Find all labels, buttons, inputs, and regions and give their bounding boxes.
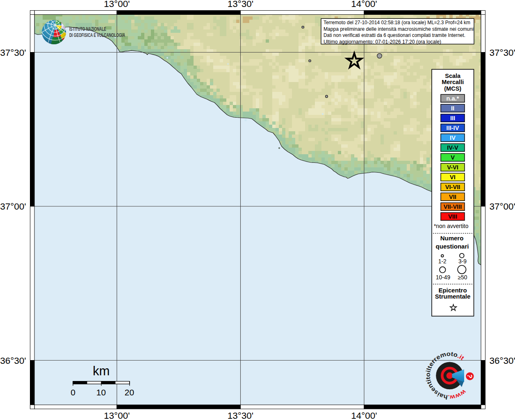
svg-text:1-2: 1-2	[438, 258, 447, 265]
svg-text:13°00': 13°00'	[104, 0, 130, 9]
svg-text:DI GEOFISICA E VULCANOLOGIA: DI GEOFISICA E VULCANOLOGIA	[69, 32, 125, 38]
svg-text:3-9: 3-9	[458, 258, 467, 265]
svg-text:questionari: questionari	[436, 243, 469, 250]
svg-text:n.a.*: n.a.*	[447, 95, 459, 102]
svg-text:V: V	[451, 154, 455, 161]
svg-text:IV: IV	[450, 135, 456, 141]
svg-text:10: 10	[96, 388, 106, 397]
svg-text:Dati non verificati estratti d: Dati non verificati estratti da 6 questi…	[324, 32, 465, 38]
svg-text:III-IV: III-IV	[447, 125, 459, 131]
svg-text:37°30': 37°30'	[0, 48, 26, 58]
svg-text:Numero: Numero	[440, 235, 464, 242]
svg-text:Mappa preliminare delle intens: Mappa preliminare delle intensità macros…	[324, 26, 474, 32]
svg-text:Terremoto del 27-10-2014 02:58: Terremoto del 27-10-2014 02:58:18 (ora l…	[324, 19, 470, 25]
svg-text:36°30': 36°30'	[0, 356, 26, 366]
svg-text:V-VI: V-VI	[447, 164, 458, 171]
svg-text:Scala: Scala	[445, 73, 461, 79]
svg-text:14°00': 14°00'	[351, 411, 377, 420]
svg-text:36°30': 36°30'	[490, 356, 515, 366]
svg-text:Mercalli: Mercalli	[442, 79, 464, 85]
svg-text:VIII: VIII	[448, 213, 457, 220]
svg-text:Ultimo aggiornamento: 07-01-20: Ultimo aggiornamento: 07-01-2026 17:20 (…	[324, 39, 441, 45]
svg-text:37°30': 37°30'	[490, 48, 515, 58]
svg-text:10-49: 10-49	[436, 274, 451, 281]
svg-text:0: 0	[71, 388, 75, 397]
svg-text:*non avvertito: *non avvertito	[434, 223, 469, 229]
svg-text:(MCS): (MCS)	[444, 85, 461, 92]
svg-text:37°00': 37°00'	[0, 201, 26, 212]
svg-text:km: km	[93, 364, 109, 378]
svg-text:Epicentro: Epicentro	[438, 287, 467, 294]
svg-text:Strumentale: Strumentale	[435, 293, 471, 300]
svg-text:VI-VII: VI-VII	[445, 184, 460, 190]
svg-text:III: III	[450, 115, 455, 121]
svg-text:20: 20	[125, 388, 134, 397]
svg-text:13°30': 13°30'	[228, 411, 253, 420]
svg-text:13°30': 13°30'	[228, 0, 253, 9]
svg-text:≥50: ≥50	[458, 274, 467, 281]
svg-text:ISTITUTO NAZIONALE: ISTITUTO NAZIONALE	[69, 26, 106, 32]
svg-text:VII: VII	[449, 194, 456, 200]
svg-text:14°00': 14°00'	[351, 0, 377, 9]
svg-text:II: II	[451, 105, 454, 112]
svg-text:13°00': 13°00'	[104, 411, 130, 420]
svg-text:37°00': 37°00'	[490, 201, 515, 212]
svg-text:VII-VIII: VII-VIII	[444, 203, 462, 210]
svg-text:VI: VI	[450, 174, 456, 180]
svg-text:IV-V: IV-V	[447, 144, 458, 151]
